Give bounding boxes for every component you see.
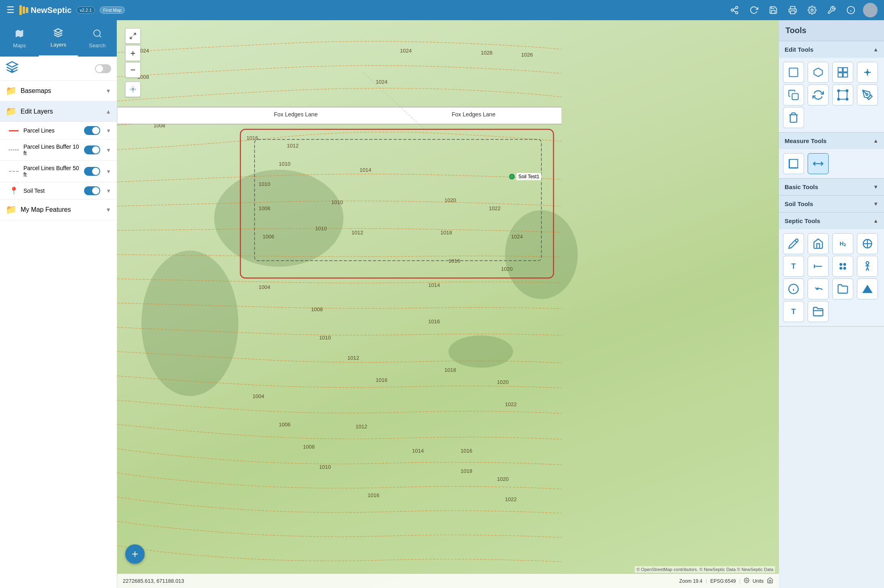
measure-tools-chevron-icon: ▲ xyxy=(873,138,878,144)
svg-text:1014: 1014 xyxy=(428,282,440,288)
septic-tool-house[interactable] xyxy=(808,233,829,254)
edit-shape-button[interactable] xyxy=(832,84,853,105)
print-button[interactable] xyxy=(785,3,800,17)
septic-tool-curved[interactable] xyxy=(808,278,829,299)
search-icon xyxy=(93,29,102,41)
svg-text:1008: 1008 xyxy=(311,306,323,312)
parcel-lines-toggle[interactable] xyxy=(84,126,100,135)
buffer-10-toggle[interactable] xyxy=(84,145,100,154)
settings-button[interactable] xyxy=(805,3,819,17)
basic-tools-header[interactable]: Basic Tools ▼ xyxy=(779,179,884,195)
svg-text:1022: 1022 xyxy=(505,401,517,407)
info-button[interactable] xyxy=(844,3,858,17)
septic-tools-header[interactable]: Septic Tools ▲ xyxy=(779,213,884,229)
svg-text:1018: 1018 xyxy=(440,230,452,236)
svg-point-21 xyxy=(141,251,238,396)
septic-tool-6[interactable] xyxy=(808,256,829,277)
paint-button[interactable] xyxy=(857,84,878,105)
my-map-features-chevron-icon: ▼ xyxy=(105,207,111,213)
svg-point-18 xyxy=(214,170,343,267)
svg-text:1012: 1012 xyxy=(287,143,299,149)
basemaps-section[interactable]: 📁 Basemaps ▼ xyxy=(0,81,117,101)
locate-button[interactable] xyxy=(125,82,141,97)
measure-tools-header[interactable]: Measure Tools ▲ xyxy=(779,133,884,149)
basemaps-title: Basemaps xyxy=(21,87,101,95)
copy-button[interactable] xyxy=(783,84,804,105)
delete-button[interactable] xyxy=(783,107,804,128)
septic-tool-7[interactable] xyxy=(832,256,853,277)
buffer-10-chevron-icon[interactable]: ▼ xyxy=(106,147,111,153)
tools-button[interactable] xyxy=(824,3,839,17)
tab-layers[interactable]: Layers xyxy=(39,20,78,57)
soil-test-marker[interactable]: Soil Test1 xyxy=(509,173,541,180)
svg-point-108 xyxy=(844,263,846,266)
select-multi-button[interactable] xyxy=(832,62,853,83)
svg-point-13 xyxy=(94,30,100,36)
svg-rect-86 xyxy=(838,73,842,77)
septic-tool-text[interactable]: T xyxy=(783,301,804,322)
add-point-button[interactable] xyxy=(857,62,878,83)
svg-text:1016: 1016 xyxy=(368,492,379,498)
select-poly-button[interactable] xyxy=(808,62,829,83)
share-button[interactable] xyxy=(727,3,742,17)
buffer-50-chevron-icon[interactable]: ▼ xyxy=(106,169,111,175)
svg-rect-5 xyxy=(791,11,795,14)
septic-tool-t[interactable]: T xyxy=(783,256,804,277)
parcel-lines-chevron-icon[interactable]: ▼ xyxy=(106,128,111,134)
map-area[interactable]: .contour { fill: none; stroke: #e67e22; … xyxy=(117,20,779,588)
save-button[interactable] xyxy=(766,3,781,17)
add-feature-button[interactable]: + xyxy=(125,544,145,564)
my-map-features-section[interactable]: 📁 My Map Features ▼ xyxy=(0,200,117,220)
soil-test-toggle[interactable] xyxy=(84,186,100,195)
zoom-out-button[interactable] xyxy=(125,62,141,78)
user-avatar[interactable] xyxy=(863,3,878,17)
septic-tool-person[interactable] xyxy=(857,256,878,277)
septic-tool-4[interactable] xyxy=(857,233,878,254)
units-settings-button[interactable] xyxy=(744,577,749,584)
home-button[interactable] xyxy=(767,577,773,585)
svg-text:1024: 1024 xyxy=(376,79,387,85)
refresh-button[interactable] xyxy=(747,3,761,17)
status-right: Zoom 19.4 | EPSG:6549 | Units xyxy=(679,577,773,585)
measure-distance-button[interactable] xyxy=(808,153,829,174)
fullscreen-button[interactable] xyxy=(125,28,141,44)
septic-tool-h2[interactable]: H₂ xyxy=(832,233,853,254)
tab-layers-label: Layers xyxy=(51,42,66,48)
basemaps-chevron-icon: ▼ xyxy=(105,88,111,94)
soil-tools-header[interactable]: Soil Tools ▼ xyxy=(779,196,884,212)
svg-text:1010: 1010 xyxy=(279,161,290,167)
svg-point-2 xyxy=(736,12,738,14)
soil-test-icon: 📍 xyxy=(8,186,19,195)
t-label: T xyxy=(791,262,796,271)
edit-tools-chevron-icon: ▲ xyxy=(873,46,878,53)
zoom-in-button[interactable] xyxy=(125,45,141,61)
svg-line-115 xyxy=(867,268,869,271)
septic-tool-triangle[interactable] xyxy=(857,278,878,299)
buffer-50-toggle[interactable] xyxy=(84,167,100,176)
tab-search[interactable]: Search xyxy=(78,20,117,57)
septic-tool-files[interactable] xyxy=(832,278,853,299)
layer-item-parcel-lines: Parcel Lines ▼ xyxy=(0,122,117,139)
app-name: NewSeptic xyxy=(31,6,72,15)
svg-point-110 xyxy=(844,267,846,269)
edit-layers-section[interactable]: 📁 Edit Layers ▲ xyxy=(0,101,117,122)
svg-text:1006: 1006 xyxy=(279,422,290,428)
tab-maps[interactable]: Maps xyxy=(0,20,39,57)
septic-tool-info[interactable] xyxy=(783,278,804,299)
soil-test-chevron-icon[interactable]: ▼ xyxy=(106,188,111,194)
app-logo: NewSeptic xyxy=(19,5,72,15)
road-label-left: Fox Ledges Lane xyxy=(271,110,321,119)
svg-text:1024: 1024 xyxy=(400,48,412,54)
edit-tools-header[interactable]: Edit Tools ▲ xyxy=(779,41,884,58)
rotate-button[interactable] xyxy=(808,84,829,105)
add-layer-button[interactable] xyxy=(6,61,19,76)
svg-point-109 xyxy=(840,267,842,269)
hamburger-icon[interactable]: ☰ xyxy=(6,5,15,15)
measure-area-button[interactable] xyxy=(783,153,804,174)
edit-tools-label: Edit Tools xyxy=(785,46,813,53)
septic-tool-1[interactable] xyxy=(783,233,804,254)
layer-visibility-toggle[interactable] xyxy=(95,64,111,73)
svg-text:1020: 1020 xyxy=(501,266,513,272)
septic-tool-folder[interactable] xyxy=(808,301,829,322)
select-rect-button[interactable] xyxy=(783,62,804,83)
